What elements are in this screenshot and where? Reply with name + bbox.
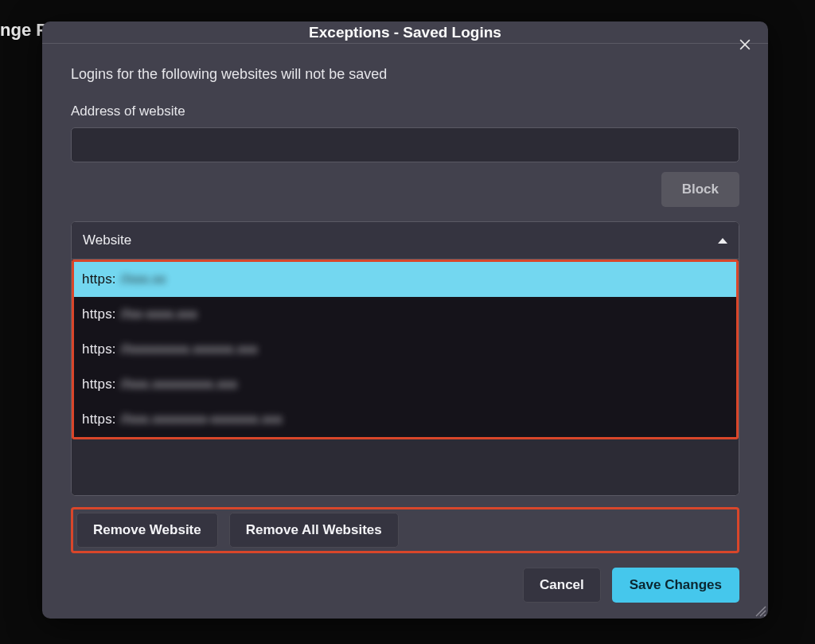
table-row[interactable]: https: //xxx.xxxxxxxxx.xxx [74,367,736,402]
website-table: Website https: //xxx.xx https: //xx-xxxx… [71,221,739,496]
site-list-highlight: https: //xxx.xx https: //xx-xxxx.xxx htt… [72,260,739,439]
site-list: https: //xxx.xx https: //xx-xxxx.xxx htt… [74,262,736,437]
exceptions-dialog: Exceptions - Saved Logins Logins for the… [42,21,768,619]
save-changes-button[interactable]: Save Changes [612,568,739,603]
block-row: Block [71,172,739,207]
url-rest-blurred: //xxx.xx [121,271,166,287]
url-prefix: https: [82,412,116,427]
url-rest-blurred: //xx-xxxx.xxx [121,306,197,322]
dialog-body: Logins for the following websites will n… [42,44,768,619]
table-empty-area [72,439,739,495]
address-input[interactable] [71,127,739,162]
close-icon [737,37,753,53]
sort-ascending-icon [718,238,727,244]
dialog-description: Logins for the following websites will n… [71,66,739,83]
resize-handle[interactable] [754,604,766,617]
resize-icon [754,604,766,617]
close-button[interactable] [733,33,757,57]
table-row[interactable]: https: //xxx.xxxxxxxx-xxxxxxx.xxx [74,402,736,437]
url-prefix: https: [82,306,116,322]
remove-buttons-highlight: Remove Website Remove All Websites [71,507,739,553]
url-rest-blurred: //xxx.xxxxxxxxx.xxx [121,377,237,392]
url-prefix: https: [82,342,116,357]
cancel-button[interactable]: Cancel [523,568,601,603]
block-button[interactable]: Block [661,172,739,207]
address-label: Address of website [71,103,739,119]
dialog-title: Exceptions - Saved Logins [309,24,501,41]
dialog-header: Exceptions - Saved Logins [42,21,768,44]
column-header-website: Website [83,232,131,248]
url-prefix: https: [82,271,116,287]
table-row[interactable]: https: //xxxxxxxxx.xxxxxx.xxx [74,332,736,367]
url-rest-blurred: //xxxxxxxxx.xxxxxx.xxx [121,342,258,357]
table-row[interactable]: https: //xx-xxxx.xxx [74,297,736,332]
remove-all-websites-button[interactable]: Remove All Websites [229,513,399,548]
url-prefix: https: [82,377,116,392]
table-row[interactable]: https: //xxx.xx [74,262,736,297]
table-header[interactable]: Website [72,222,739,260]
svg-line-4 [764,615,766,616]
url-rest-blurred: //xxx.xxxxxxxx-xxxxxxx.xxx [121,412,283,427]
dialog-footer: Cancel Save Changes [71,568,739,603]
remove-website-button[interactable]: Remove Website [76,513,218,548]
